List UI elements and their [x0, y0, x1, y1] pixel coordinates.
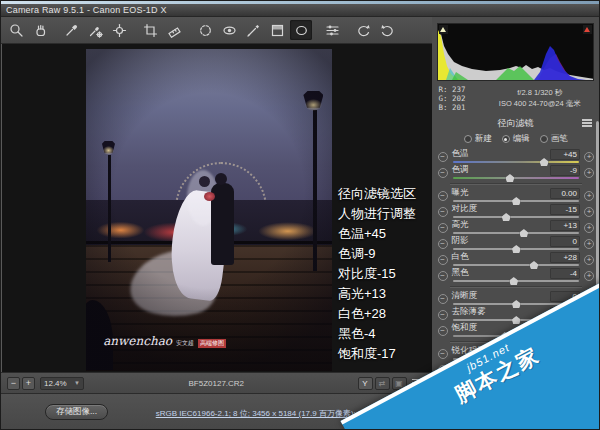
value-field[interactable]: -4 [550, 268, 580, 279]
slider-track[interactable] [453, 177, 579, 179]
radio-icon [540, 135, 548, 143]
value-field[interactable]: +13 [550, 220, 580, 231]
rotate-right-icon[interactable] [376, 20, 398, 40]
slider-temperature: 色温+45 [437, 149, 595, 165]
decrease-button[interactable] [438, 294, 448, 304]
preferences-icon[interactable] [321, 20, 343, 40]
exif-readout: R: 237 G: 202 B: 201 f/2.8 1/320 秒 ISO 4… [439, 85, 593, 112]
radio-icon [502, 135, 510, 143]
slider-contrast: 对比度-15 [437, 204, 595, 220]
highlight-clipping-indicator[interactable] [583, 25, 592, 34]
tool-bar [1, 17, 432, 44]
annotation-line: 黑色-4 [338, 324, 416, 344]
shot-info: f/2.8 1/320 秒 ISO 400 24-70@24 毫米 [487, 85, 593, 112]
decrease-button[interactable] [438, 223, 448, 233]
decrease-button[interactable] [438, 310, 448, 320]
zoom-level-select[interactable]: 12.4% ▼ [40, 377, 84, 390]
panel-header: 径向滤镜 [437, 117, 595, 130]
slider-thumb[interactable] [509, 277, 518, 285]
increase-button[interactable] [584, 152, 594, 162]
decrease-button[interactable] [438, 255, 448, 265]
slider-exposure: 曝光0.00 [437, 188, 595, 204]
slider-track[interactable] [453, 248, 579, 250]
annotation-line: 饱和度-17 [338, 344, 416, 364]
annotation-line: 色温+45 [338, 224, 416, 244]
annotation-line: 径向滤镜选区 [338, 184, 416, 204]
slider-highlights: 高光+13 [437, 220, 595, 236]
decrease-button[interactable] [438, 152, 448, 162]
straighten-tool-icon[interactable] [163, 20, 185, 40]
slider-thumb[interactable] [505, 174, 514, 182]
increase-button[interactable] [584, 168, 594, 178]
adjustment-brush-tool-icon[interactable] [242, 20, 264, 40]
zoom-tool-icon[interactable] [5, 20, 27, 40]
targeted-adjustment-tool-icon[interactable] [108, 20, 130, 40]
crop-tool-icon[interactable] [139, 20, 161, 40]
slider-track[interactable] [453, 264, 579, 266]
slider-track[interactable] [453, 161, 579, 163]
increase-button[interactable] [584, 271, 594, 281]
divider [450, 183, 582, 185]
increase-button[interactable] [584, 239, 594, 249]
increase-button[interactable] [584, 207, 594, 217]
white-balance-tool-icon[interactable] [60, 20, 82, 40]
canvas-status-bar: − + 12.4% ▼ BF5Z0127.CR2 Y ⇄ ▣ [1, 372, 432, 393]
spot-removal-tool-icon[interactable] [194, 20, 216, 40]
value-field[interactable]: +28 [550, 252, 580, 263]
slider-track[interactable] [453, 216, 579, 218]
hand-tool-icon[interactable] [29, 20, 51, 40]
image-canvas: anwenchao 安文超 高端修图 径向滤镜选区 人物进行调整 色温+45 色… [1, 44, 432, 372]
title-bar: Camera Raw 9.5.1 - Canon EOS-1D X [1, 4, 599, 17]
filter-mode-group: 新建 编辑 画笔 [437, 133, 595, 145]
preview-swap-button[interactable]: ⇄ [375, 377, 390, 390]
save-image-button[interactable]: 存储图像... [45, 404, 108, 420]
annotation-line: 人物进行调整 [338, 204, 416, 224]
decrease-button[interactable] [438, 207, 448, 217]
value-field[interactable]: -15 [550, 204, 580, 215]
decrease-button[interactable] [438, 168, 448, 178]
slider-track[interactable] [453, 200, 579, 202]
decrease-button[interactable] [438, 326, 448, 336]
photo-watermark: anwenchao 安文超 高端修图 [103, 334, 226, 348]
slider-shadows: 阴影0 [437, 236, 595, 252]
tutorial-annotation: 径向滤镜选区 人物进行调整 色温+45 色调-9 对比度-15 高光+13 白色… [338, 184, 416, 364]
decrease-button[interactable] [438, 271, 448, 281]
color-sampler-tool-icon[interactable] [84, 20, 106, 40]
value-field[interactable]: 0 [550, 236, 580, 247]
decrease-button[interactable] [438, 191, 448, 201]
decrease-button[interactable] [438, 239, 448, 249]
radial-filter-tool-icon[interactable] [290, 20, 312, 40]
decrease-button[interactable] [438, 349, 448, 359]
value-field[interactable]: +45 [550, 149, 580, 160]
value-field[interactable]: -9 [550, 165, 580, 176]
increase-button[interactable] [584, 191, 594, 201]
rotate-left-icon[interactable] [352, 20, 374, 40]
panel-menu-icon[interactable] [582, 119, 592, 127]
shadow-clipping-indicator[interactable] [439, 25, 448, 34]
window-title: Camera Raw 9.5.1 - Canon EOS-1D X [6, 5, 167, 15]
mode-edit-radio[interactable]: 编辑 [502, 133, 530, 145]
graduated-filter-tool-icon[interactable] [266, 20, 288, 40]
photo-preview: anwenchao 安文超 高端修图 [86, 49, 332, 371]
slider-track[interactable] [453, 232, 579, 234]
zoom-in-button[interactable]: + [22, 377, 35, 390]
increase-button[interactable] [584, 255, 594, 265]
mode-brush-radio[interactable]: 画笔 [540, 133, 568, 145]
radio-icon [464, 135, 472, 143]
rgb-readout: R: 237 G: 202 B: 201 [439, 85, 487, 112]
zoom-out-button[interactable]: − [7, 377, 20, 390]
annotation-line: 色调-9 [338, 244, 416, 264]
red-eye-tool-icon[interactable] [218, 20, 240, 40]
increase-button[interactable] [584, 223, 594, 233]
slider-blacks: 黑色-4 [437, 268, 595, 284]
panel-title: 径向滤镜 [498, 118, 534, 128]
value-field[interactable]: 0.00 [550, 188, 580, 199]
annotation-line: 白色+28 [338, 304, 416, 324]
histogram-plot [438, 24, 594, 80]
slider-track[interactable] [453, 280, 579, 282]
preview-split-toggle[interactable]: Y [358, 377, 373, 390]
mode-new-radio[interactable]: 新建 [464, 133, 492, 145]
camera-raw-window: Camera Raw 9.5.1 - Canon EOS-1D X [0, 0, 600, 430]
divider [450, 286, 582, 288]
histogram [437, 23, 594, 81]
